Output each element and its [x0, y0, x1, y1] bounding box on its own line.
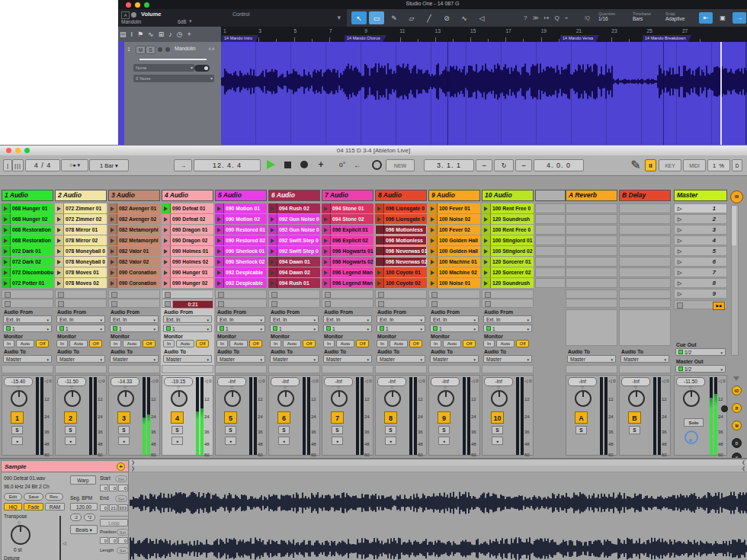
clip-play-icon[interactable]: [322, 225, 331, 235]
arrangement-clip-flag[interactable]: 14 Mando Versa: [560, 35, 599, 42]
input-channel-select[interactable]: 1: [3, 325, 52, 332]
position-beats[interactable]: 0: [109, 537, 117, 544]
clip-slot[interactable]: 072 Potter 01: [2, 278, 53, 288]
clip-play-icon[interactable]: [428, 214, 438, 224]
scene-play-icon[interactable]: ▷: [678, 227, 681, 233]
clip-play-icon[interactable]: [482, 214, 491, 224]
autoscroll-icon[interactable]: ≫: [532, 14, 538, 21]
clip-slot[interactable]: 100 Noise 02: [428, 214, 480, 224]
playhead[interactable]: [720, 42, 722, 145]
audio-from-select[interactable]: Ext. In: [110, 315, 159, 323]
input-channel-select[interactable]: 1: [163, 325, 212, 332]
clip-play-icon[interactable]: [268, 246, 277, 256]
edit-button[interactable]: Edit: [4, 493, 22, 501]
audio-from-select[interactable]: Ext. In: [430, 315, 479, 323]
clip-play-icon[interactable]: [322, 278, 331, 288]
clip-play-icon[interactable]: [268, 235, 277, 245]
solo-button[interactable]: S: [438, 426, 450, 434]
audio-to-select[interactable]: Master: [216, 355, 265, 363]
empty-clip-slot[interactable]: [566, 257, 617, 267]
solo-button[interactable]: Solo: [684, 418, 704, 427]
clip-stop-slot[interactable]: [619, 290, 671, 299]
clip-slot[interactable]: 078 Moves 02: [55, 278, 107, 288]
stop-button-icon[interactable]: [58, 301, 64, 307]
clip-play-icon[interactable]: [215, 214, 224, 224]
insert-toggle[interactable]: [194, 65, 210, 72]
transpose-value[interactable]: 0 st: [14, 547, 21, 552]
monitor-off-button[interactable]: Off: [249, 340, 262, 347]
clip-slot[interactable]: 100 Stinglord 01: [482, 235, 534, 245]
clock-icon[interactable]: ◷: [177, 30, 183, 38]
fade-toggle[interactable]: Fade: [24, 503, 43, 510]
clip-play-icon[interactable]: [375, 267, 384, 277]
clip-play-icon[interactable]: [215, 235, 224, 245]
pan-knob[interactable]: [438, 390, 454, 407]
clip-slot[interactable]: 094 Dawn 02: [268, 267, 320, 277]
monitor-auto-button[interactable]: Auto: [336, 340, 354, 347]
empty-clip-slot[interactable]: [535, 267, 566, 277]
clip-play-icon[interactable]: [55, 225, 64, 235]
clip-play-icon[interactable]: [482, 267, 491, 277]
stop-button-icon[interactable]: [271, 292, 277, 298]
clip-slot[interactable]: 078 Mirror 02: [55, 235, 107, 245]
end-set-button[interactable]: Set: [115, 495, 127, 502]
clip-play-icon[interactable]: [2, 267, 11, 277]
monitor-auto-button[interactable]: Auto: [496, 340, 515, 347]
clip-slot[interactable]: 082 Metamorphi: [108, 235, 160, 245]
arrangement-clip-flag[interactable]: 14 Mando Breakdown: [643, 35, 692, 42]
clip-slot[interactable]: 092 Swift Step 0: [268, 235, 320, 245]
track-activator[interactable]: 2: [64, 411, 77, 424]
clip-play-icon[interactable]: [2, 214, 11, 224]
arm-button[interactable]: ●: [225, 437, 236, 445]
empty-clip-slot[interactable]: [619, 225, 671, 235]
input-channel-select[interactable]: 1: [270, 325, 319, 332]
clip-slot[interactable]: 090 Coronation: [108, 278, 160, 288]
audio-from-select[interactable]: Ext. In: [377, 315, 425, 323]
clip-stop-slot[interactable]: [566, 290, 617, 299]
monitor-in-button[interactable]: In: [110, 340, 121, 347]
empty-clip-slot[interactable]: [566, 278, 617, 288]
clip-slot[interactable]: 096 Motionless: [375, 235, 427, 245]
clip-slot[interactable]: 078 Moneyball 0: [55, 257, 107, 267]
clip-stop-slot[interactable]: [482, 299, 534, 308]
clip-stop-slot[interactable]: [322, 299, 374, 308]
audio-from-select[interactable]: Ext. In: [270, 315, 319, 323]
clip-stop-slot[interactable]: [268, 290, 320, 299]
stop-button-icon[interactable]: [378, 301, 384, 307]
clip-play-icon[interactable]: [428, 225, 438, 235]
track-activator[interactable]: A: [575, 411, 588, 424]
pan-knob[interactable]: [277, 390, 294, 407]
stop-button-icon[interactable]: [58, 292, 64, 298]
audio-to-select[interactable]: Master: [377, 355, 425, 363]
clip-slot[interactable]: 096 Explicit 02: [322, 235, 374, 245]
clip-slot[interactable]: 100 Machine 02: [428, 267, 480, 277]
track-activator[interactable]: 8: [384, 411, 397, 424]
empty-clip-slot[interactable]: [535, 257, 566, 267]
warp-mode-select[interactable]: Beats ▾: [70, 525, 98, 534]
timeline-ruler[interactable]: 1357911131517192123252714 Mando Intro14 …: [221, 27, 747, 42]
clip-stop-slot[interactable]: [482, 290, 534, 299]
clip-play-icon[interactable]: [108, 214, 117, 224]
clip-play-icon[interactable]: [268, 214, 277, 224]
clip-slot[interactable]: 092 Gun Noise 0: [268, 225, 320, 235]
empty-clip-slot[interactable]: [619, 267, 671, 277]
clip-play-icon[interactable]: [375, 257, 384, 267]
clip-play-icon[interactable]: [55, 203, 64, 213]
clip-play-icon[interactable]: [108, 225, 117, 235]
clip-play-icon[interactable]: [375, 278, 384, 288]
snap-toggle-icon[interactable]: ⇤: [699, 12, 713, 24]
clip-play-icon[interactable]: [55, 257, 64, 267]
clip-slot[interactable]: 120 Soundrush: [482, 278, 534, 288]
marker-icon[interactable]: ⊞: [159, 30, 165, 38]
arm-button[interactable]: ●: [278, 437, 290, 445]
track-header[interactable]: 9 Audio: [428, 190, 480, 201]
scene-play-icon[interactable]: ▷: [678, 216, 681, 222]
stop-button-icon[interactable]: [218, 292, 224, 298]
master-out-select[interactable]: 1/2: [675, 365, 726, 373]
clip-play-icon[interactable]: [215, 278, 224, 288]
clip-play-icon[interactable]: [375, 214, 384, 224]
start-set-button[interactable]: Set: [115, 475, 127, 482]
clip-play-icon[interactable]: [108, 267, 117, 277]
pan-knob[interactable]: [171, 390, 188, 407]
clip-slot[interactable]: 078 Moves 01: [55, 267, 107, 277]
